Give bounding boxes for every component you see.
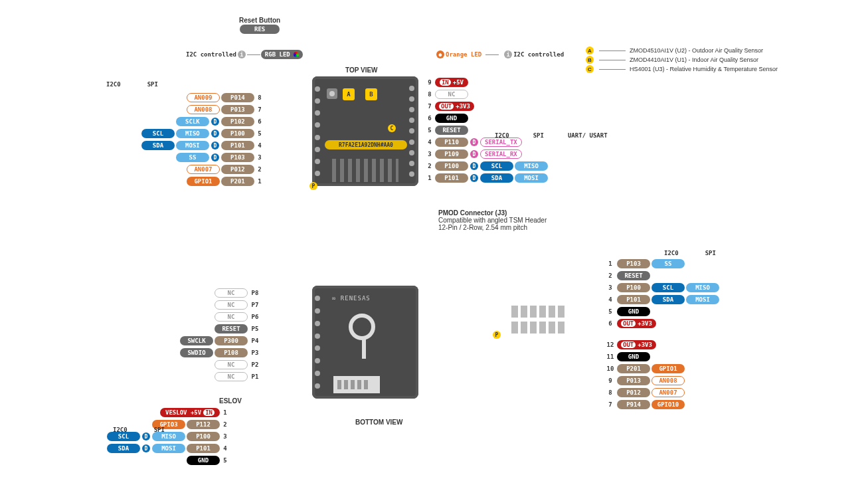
reset-button-label: Reset Button bbox=[239, 17, 280, 24]
port-pin: P101 bbox=[221, 141, 254, 150]
p-badge-pmod: P bbox=[493, 331, 501, 339]
pin-number: 1 bbox=[220, 409, 230, 416]
sensor-chip-b: B bbox=[365, 88, 377, 100]
spi-pin: MOSI bbox=[515, 173, 548, 183]
sensor-badge-b: B bbox=[586, 56, 594, 64]
i2c-controlled-label-left: I2C controlled bbox=[186, 51, 236, 58]
port-pin: P101 bbox=[187, 444, 220, 453]
pin-number: 3 bbox=[255, 154, 264, 161]
i2c-pin: SCL bbox=[651, 283, 685, 292]
pin-number: 4 bbox=[604, 296, 616, 303]
pin-number: 12 bbox=[604, 341, 616, 348]
gpio-pin: GPIO10 bbox=[651, 400, 685, 409]
pin-row: VESLOV +5V IN1 bbox=[106, 407, 230, 419]
orange-led-label: Orange LED bbox=[446, 51, 481, 58]
d-badge: D bbox=[211, 142, 219, 149]
pin-number: 5 bbox=[220, 457, 230, 464]
pin-row: SCLKDP1026 bbox=[106, 116, 264, 128]
pin-number: P8 bbox=[248, 290, 262, 296]
reset-pin: RESET bbox=[617, 271, 650, 280]
pin-number: P5 bbox=[248, 326, 262, 332]
d-badge: D bbox=[211, 130, 219, 138]
sensor-text-c: HS4001 (U3) - Relative Humidity & Temper… bbox=[630, 66, 778, 72]
pmod-header-graphic bbox=[511, 306, 564, 334]
port-pin: P102 bbox=[221, 117, 254, 126]
port-pin: P914 bbox=[617, 400, 650, 409]
gnd-pin: GND bbox=[435, 114, 468, 123]
pin-row: NCP6 bbox=[179, 311, 262, 323]
swd-pin: SWCLK bbox=[180, 336, 213, 345]
pin-number: 4 bbox=[220, 445, 230, 452]
orange-led-row: ● Orange LED i I2C controlled bbox=[435, 48, 564, 60]
power-pin: VESLOV +5V IN bbox=[160, 408, 220, 417]
pin-number: 1 bbox=[425, 175, 434, 181]
analog-fn: AN009 bbox=[187, 93, 220, 102]
port-pin: P100 bbox=[617, 283, 650, 292]
pin-number: 7 bbox=[604, 401, 616, 408]
board-top: A B C R7FA2E1A92DNH#AA0 P bbox=[312, 76, 418, 186]
pin-row: 2P100DSCLMISO bbox=[425, 160, 549, 172]
pin-number: 3 bbox=[220, 433, 230, 440]
pmod-line2: Compatible with angled TSM Header bbox=[438, 217, 547, 224]
sensor-badge-c: C bbox=[586, 65, 594, 73]
sensor-chip-c: C bbox=[388, 124, 396, 132]
port-pin: P110 bbox=[435, 138, 468, 147]
analog-fn: AN007 bbox=[187, 165, 220, 174]
pin-number: 3 bbox=[604, 284, 616, 291]
spi-pin: MOSI bbox=[176, 141, 209, 150]
pin-number: 9 bbox=[604, 377, 616, 384]
analog-fn: AN008 bbox=[651, 376, 685, 385]
port-pin: P014 bbox=[221, 93, 254, 102]
swd-pin: SWDIO bbox=[180, 348, 213, 357]
pin-row: SCLMISODP1005 bbox=[106, 128, 264, 140]
pin-number: 8 bbox=[255, 94, 264, 101]
nc-pin: NC bbox=[215, 288, 248, 298]
pin-row: GND5 bbox=[106, 454, 230, 466]
pmod-connector-graphic bbox=[332, 159, 398, 182]
reset-button-graphic bbox=[327, 88, 337, 99]
pin-number: P7 bbox=[248, 302, 262, 308]
bottom-view-label: BOTTOM VIEW bbox=[355, 419, 402, 426]
pin-number: 2 bbox=[425, 163, 434, 169]
nc-pin: NC bbox=[215, 300, 248, 310]
pin-number: 7 bbox=[425, 103, 434, 110]
top-view-label: TOP VIEW bbox=[345, 66, 378, 74]
pin-row: 7P914GPIO10 bbox=[604, 399, 720, 411]
nc-pin: NC bbox=[215, 372, 248, 381]
rgb-led-row: I2C controlled i RGB LED bbox=[186, 48, 304, 60]
port-pin: P109 bbox=[435, 149, 468, 159]
power-pin: OUT+3V3 bbox=[617, 340, 656, 349]
port-pin: P201 bbox=[617, 364, 650, 373]
board-bottom: ∞ RENESAS bbox=[312, 286, 418, 399]
res-pill: RES bbox=[240, 25, 280, 34]
pin-row: SWDIOP108P3 bbox=[179, 347, 262, 359]
pin-row: AN008P0137 bbox=[106, 104, 264, 116]
pin-number: 2 bbox=[604, 272, 616, 279]
gnd-pin: GND bbox=[187, 456, 220, 465]
sensor-legend: A ZMOD4510AI1V (U2) - Outdoor Air Qualit… bbox=[584, 45, 778, 74]
pin-number: P3 bbox=[248, 349, 262, 356]
power-pin: OUT+3V3 bbox=[617, 319, 656, 328]
pmod-pin-table: 1P103SS2RESET3P100SCLMISO4P101SDAMOSI5GN… bbox=[604, 258, 720, 411]
reset-pin: RESET bbox=[215, 324, 248, 334]
sensor-badge-a: A bbox=[586, 47, 594, 54]
pin-row: 12OUT+3V3 bbox=[604, 339, 720, 351]
power-pin: IN+5V bbox=[435, 78, 468, 87]
gpio-pin: GPIO1 bbox=[651, 364, 685, 373]
i2c-pin: SCL bbox=[480, 161, 513, 171]
pin-number: 2 bbox=[220, 421, 230, 428]
port-pin: P201 bbox=[221, 177, 254, 186]
top-right-headers: I2C0 SPI UART/ USART bbox=[495, 130, 608, 142]
power-pin: OUT+3V3 bbox=[435, 102, 474, 111]
pin-number: 2 bbox=[255, 166, 264, 173]
pin-row: 6GND bbox=[425, 112, 549, 124]
hdr-i2c0: I2C0 bbox=[106, 81, 121, 88]
i2c-pin: SCL bbox=[141, 129, 175, 138]
pin-row: SDADMOSIP1014 bbox=[106, 442, 230, 454]
eslov-connector-graphic bbox=[333, 376, 380, 393]
pin-number: 8 bbox=[425, 91, 434, 98]
d-badge: D bbox=[211, 153, 219, 161]
pin-row: 1P103SS bbox=[604, 258, 720, 270]
pin-number: P6 bbox=[248, 314, 262, 320]
pin-row: 9IN+5V bbox=[425, 76, 549, 88]
